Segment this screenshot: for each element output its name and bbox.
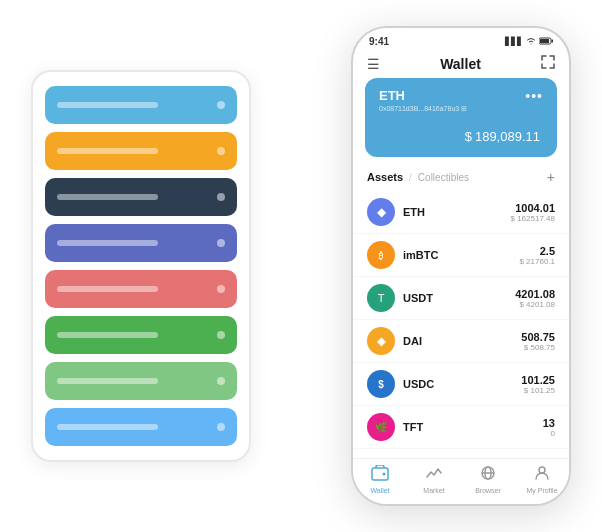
table-row[interactable]: ₿ imBTC 2.5 $ 21760.1 bbox=[353, 234, 569, 277]
signal-icon: ▋▋▋ bbox=[505, 37, 523, 46]
list-item[interactable] bbox=[45, 408, 237, 446]
asset-name: TFT bbox=[403, 421, 543, 433]
list-item[interactable] bbox=[45, 316, 237, 354]
asset-name: ETH bbox=[403, 206, 511, 218]
asset-usd: $ 4201.08 bbox=[515, 300, 555, 309]
card-dot bbox=[217, 147, 225, 155]
asset-usd: $ 101.25 bbox=[521, 386, 555, 395]
phone-header: ☰ Wallet bbox=[353, 51, 569, 78]
tab-assets[interactable]: Assets bbox=[367, 171, 403, 183]
asset-usd: $ 162517.48 bbox=[511, 214, 556, 223]
asset-amounts: 508.75 $ 508.75 bbox=[521, 331, 555, 352]
list-item[interactable] bbox=[45, 224, 237, 262]
nav-browser[interactable]: Browser bbox=[461, 465, 515, 494]
card-dot bbox=[217, 239, 225, 247]
menu-icon[interactable]: ☰ bbox=[367, 56, 380, 72]
card-line bbox=[57, 240, 158, 246]
card-line bbox=[57, 194, 158, 200]
list-item[interactable] bbox=[45, 270, 237, 308]
tab-collectibles[interactable]: Collectibles bbox=[418, 172, 469, 183]
card-line bbox=[57, 102, 158, 108]
nav-profile[interactable]: My Profile bbox=[515, 465, 569, 494]
market-nav-icon bbox=[425, 465, 443, 485]
asset-balance: 13 bbox=[543, 417, 555, 429]
profile-nav-label: My Profile bbox=[526, 487, 557, 494]
card-dot bbox=[217, 101, 225, 109]
card-line bbox=[57, 332, 158, 338]
eth-balance: $189,089.11 bbox=[379, 121, 543, 147]
page-title: Wallet bbox=[440, 56, 481, 72]
svg-rect-2 bbox=[552, 39, 554, 42]
asset-list: ◆ ETH 1004.01 $ 162517.48 ₿ imBTC 2.5 $ … bbox=[353, 191, 569, 458]
scene: 9:41 ▋▋▋ ☰ Wallet ETH bbox=[11, 11, 591, 521]
card-dot bbox=[217, 377, 225, 385]
asset-name: USDT bbox=[403, 292, 515, 304]
imbtc-icon: ₿ bbox=[367, 241, 395, 269]
wallet-nav-label: Wallet bbox=[370, 487, 389, 494]
table-row[interactable]: T USDT 4201.08 $ 4201.08 bbox=[353, 277, 569, 320]
wallet-nav-icon bbox=[371, 465, 389, 485]
asset-usd: 0 bbox=[543, 429, 555, 438]
tabs-left: Assets / Collectibles bbox=[367, 171, 469, 183]
add-asset-button[interactable]: + bbox=[547, 169, 555, 185]
eth-wallet-card[interactable]: ETH 0x08711d3B...8416a78u3 ⊞ ••• $189,08… bbox=[365, 78, 557, 157]
wifi-icon bbox=[526, 37, 536, 47]
svg-rect-1 bbox=[540, 39, 549, 43]
asset-balance: 1004.01 bbox=[511, 202, 556, 214]
card-line bbox=[57, 148, 158, 154]
phone-frame: 9:41 ▋▋▋ ☰ Wallet ETH bbox=[351, 26, 571, 506]
table-row[interactable]: $ USDC 101.25 $ 101.25 bbox=[353, 363, 569, 406]
browser-nav-label: Browser bbox=[475, 487, 501, 494]
profile-nav-icon bbox=[533, 465, 551, 485]
dai-icon: ◈ bbox=[367, 327, 395, 355]
usdt-icon: T bbox=[367, 284, 395, 312]
market-nav-label: Market bbox=[423, 487, 444, 494]
eth-symbol: ETH bbox=[379, 88, 467, 103]
eth-address: 0x08711d3B...8416a78u3 ⊞ bbox=[379, 105, 467, 113]
assets-tabs: Assets / Collectibles + bbox=[353, 165, 569, 191]
nav-market[interactable]: Market bbox=[407, 465, 461, 494]
status-bar: 9:41 ▋▋▋ bbox=[353, 28, 569, 51]
asset-balance: 101.25 bbox=[521, 374, 555, 386]
status-time: 9:41 bbox=[369, 36, 389, 47]
asset-amounts: 1004.01 $ 162517.48 bbox=[511, 202, 556, 223]
asset-balance: 2.5 bbox=[519, 245, 555, 257]
asset-usd: $ 21760.1 bbox=[519, 257, 555, 266]
asset-amounts: 2.5 $ 21760.1 bbox=[519, 245, 555, 266]
eth-card-header: ETH 0x08711d3B...8416a78u3 ⊞ ••• bbox=[379, 88, 543, 113]
list-item[interactable] bbox=[45, 86, 237, 124]
list-item[interactable] bbox=[45, 132, 237, 170]
eth-icon: ◆ bbox=[367, 198, 395, 226]
asset-balance: 4201.08 bbox=[515, 288, 555, 300]
svg-point-8 bbox=[539, 467, 545, 473]
asset-usd: $ 508.75 bbox=[521, 343, 555, 352]
table-row[interactable]: ◆ ETH 1004.01 $ 162517.48 bbox=[353, 191, 569, 234]
bottom-nav: Wallet Market Browser My Profile bbox=[353, 458, 569, 504]
asset-name: USDC bbox=[403, 378, 521, 390]
list-item[interactable] bbox=[45, 178, 237, 216]
tab-separator: / bbox=[409, 172, 412, 183]
card-line bbox=[57, 378, 158, 384]
card-dot bbox=[217, 285, 225, 293]
asset-balance: 508.75 bbox=[521, 331, 555, 343]
card-dot bbox=[217, 423, 225, 431]
card-line bbox=[57, 286, 158, 292]
tft-icon: 🌿 bbox=[367, 413, 395, 441]
asset-name: imBTC bbox=[403, 249, 519, 261]
asset-amounts: 13 0 bbox=[543, 417, 555, 438]
card-options-icon[interactable]: ••• bbox=[525, 88, 543, 104]
status-icons: ▋▋▋ bbox=[505, 37, 553, 47]
asset-amounts: 4201.08 $ 4201.08 bbox=[515, 288, 555, 309]
list-item[interactable] bbox=[45, 362, 237, 400]
asset-amounts: 101.25 $ 101.25 bbox=[521, 374, 555, 395]
table-row[interactable]: 🌿 TFT 13 0 bbox=[353, 406, 569, 449]
expand-icon[interactable] bbox=[541, 55, 555, 72]
card-dot bbox=[217, 331, 225, 339]
table-row[interactable]: ◈ DAI 508.75 $ 508.75 bbox=[353, 320, 569, 363]
battery-icon bbox=[539, 37, 553, 47]
svg-rect-3 bbox=[372, 468, 388, 480]
browser-nav-icon bbox=[479, 465, 497, 485]
card-dot bbox=[217, 193, 225, 201]
card-line bbox=[57, 424, 158, 430]
nav-wallet[interactable]: Wallet bbox=[353, 465, 407, 494]
